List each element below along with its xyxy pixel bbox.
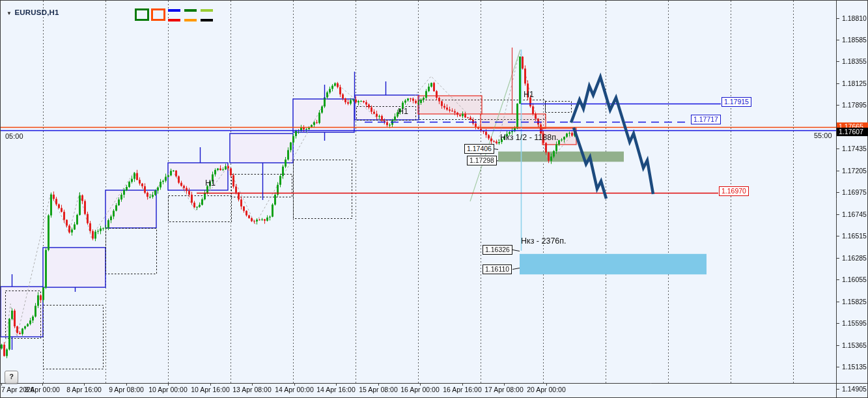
time-axis-label: 16 Apr 16:00 — [443, 386, 482, 393]
orange-square — [151, 8, 165, 21]
price-axis-label: 1.14905 — [842, 385, 867, 393]
darkgreen-dash — [184, 9, 197, 12]
price-axis-label: 1.15825 — [842, 298, 867, 306]
price-axis-label: 1.17895 — [842, 101, 867, 109]
hkz-half-label: Нкз 1/2 - 1188п. — [500, 133, 558, 142]
chart-canvas[interactable] — [0, 0, 868, 398]
price-axis-label: 1.18585 — [842, 36, 867, 44]
price-level-label: 1.16970 — [719, 186, 749, 196]
price-axis-label: 1.16745 — [842, 210, 867, 218]
price-level-label: 1.16110 — [483, 264, 512, 274]
time-axis-label: 15 Apr 08:00 — [359, 386, 398, 393]
price-level-label: 1.17406 — [464, 144, 494, 154]
help-button[interactable]: ? — [5, 371, 18, 384]
time-axis-label: 10 Apr 00:00 — [148, 386, 188, 393]
time-axis-label: 13 Apr 08:00 — [232, 386, 272, 393]
price-level-label: 1.17298 — [467, 156, 497, 165]
price-axis-label: 1.15595 — [842, 319, 867, 327]
time-axis-label: 14 Apr 16:00 — [316, 386, 356, 393]
price-axis-label: 1.15135 — [842, 363, 867, 371]
lightgreen-dash — [201, 9, 213, 12]
session-label-left: 05:00 — [5, 132, 23, 140]
current-price-tag: 1.17607 — [837, 128, 868, 136]
timeframe-label-h1: H1 — [398, 107, 408, 116]
price-axis-label: 1.17435 — [842, 145, 867, 152]
time-axis-label: 14 Apr 00:00 — [275, 386, 314, 393]
price-axis-label: 1.16515 — [842, 232, 867, 240]
price-level-label: 1.16326 — [483, 245, 512, 255]
price-axis-label: 1.16975 — [842, 188, 867, 196]
chart-window: ▼ EURUSD,H1 Нкз 1/2 - 1188п.Нкз - 2376п.… — [0, 0, 868, 398]
time-axis-label: 8 Apr 00:00 — [25, 386, 60, 393]
blue-dash — [168, 9, 180, 12]
time-axis-label: 16 Apr 00:00 — [400, 386, 440, 393]
price-axis-label: 1.16055 — [842, 276, 867, 283]
time-axis-label: 10 Apr 16:00 — [191, 386, 230, 393]
black-dash — [201, 19, 213, 21]
price-level-label: 1.17915 — [721, 97, 751, 107]
time-axis-label: 17 Apr 08:00 — [484, 386, 524, 393]
session-label-right: 55:00 — [814, 132, 832, 139]
orange-dash — [184, 19, 197, 21]
time-axis-label: 20 Apr 00:00 — [527, 386, 566, 393]
symbol-dropdown[interactable]: ▼ EURUSD,H1 — [7, 6, 59, 18]
time-axis-label: 9 Apr 08:00 — [109, 386, 144, 393]
time-axis-label: 8 Apr 16:00 — [66, 386, 102, 393]
price-axis-label: 1.15365 — [842, 341, 867, 349]
price-axis-label: 1.18810 — [842, 14, 867, 22]
timeframe-label-h1: H1 — [205, 178, 216, 188]
hkz-full-label: Нкз - 2376п. — [521, 236, 567, 246]
green-square — [135, 8, 149, 21]
red-dash — [168, 19, 180, 21]
price-level-label: 1.17717 — [691, 115, 721, 124]
timeframe-label-h1: H1 — [524, 90, 534, 99]
price-axis-label: 1.18125 — [842, 79, 867, 87]
chart-title: EURUSD,H1 — [14, 8, 59, 16]
price-axis-label: 1.17205 — [842, 167, 867, 175]
price-axis-label: 1.16285 — [842, 254, 867, 262]
price-axis-label: 1.18355 — [842, 57, 867, 65]
dropdown-triangle-icon: ▼ — [7, 10, 12, 16]
